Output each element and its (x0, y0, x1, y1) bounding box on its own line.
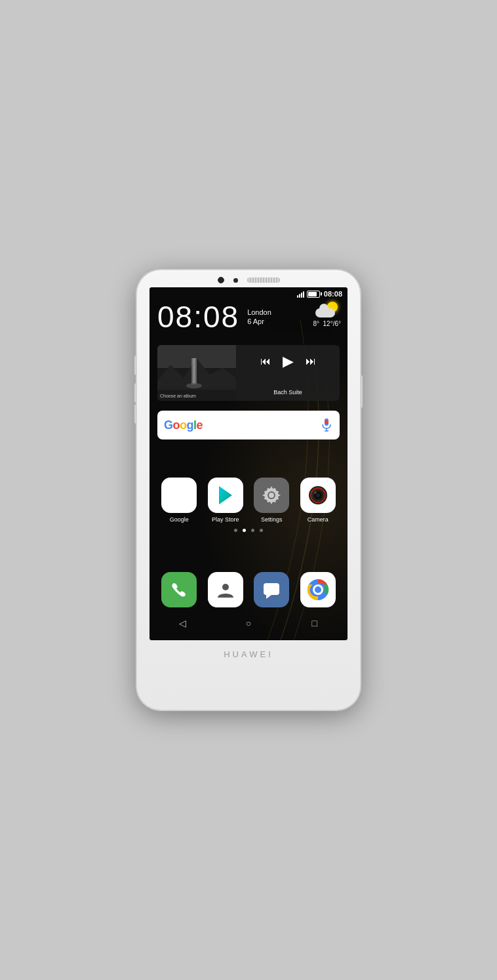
google-app-icon (161, 478, 197, 513)
app-settings[interactable]: Settings (254, 478, 289, 523)
cloud-icon (315, 308, 335, 317)
google-app-label: Google (170, 516, 189, 523)
speaker-grille (247, 277, 280, 283)
music-controls: ⏮ ▶ ⏭ Bach Suite (236, 345, 340, 401)
signal-icon (297, 290, 304, 298)
prev-button[interactable]: ⏮ (260, 356, 271, 367)
weather-icon (315, 302, 339, 317)
playstore-app-icon (208, 478, 243, 513)
settings-app-label: Settings (261, 516, 283, 523)
contacts-dock-icon (208, 572, 243, 607)
app-google[interactable]: Google (161, 478, 197, 523)
nav-recent-button[interactable]: □ (303, 611, 327, 635)
sensor-dot (233, 278, 238, 283)
app-camera[interactable]: Camera (300, 478, 336, 523)
phone-top-bar (137, 270, 360, 287)
phone-dock-icon (161, 572, 197, 607)
svg-point-22 (222, 584, 229, 590)
playback-controls[interactable]: ⏮ ▶ ⏭ (243, 353, 333, 370)
clock-city: London (247, 308, 271, 316)
status-bar: 08:08 (149, 287, 348, 300)
svg-marker-24 (266, 595, 271, 599)
svg-point-19 (316, 493, 320, 497)
svg-marker-11 (219, 486, 232, 504)
track-name: Bach Suite (243, 389, 333, 396)
status-time: 08:08 (324, 290, 342, 298)
album-label: Choose an album (160, 394, 196, 398)
next-button[interactable]: ⏭ (306, 356, 316, 367)
mic-icon[interactable] (320, 419, 333, 432)
clock-widget: 08:08 London 6 Apr (157, 302, 271, 332)
playstore-app-label: Play Store (212, 516, 239, 523)
play-button[interactable]: ▶ (283, 353, 294, 370)
screen-content: 08:08 08:08 London 6 Apr 8° 12°/6° (149, 287, 348, 640)
svg-point-21 (314, 491, 317, 494)
google-search-bar[interactable]: Google (157, 411, 340, 439)
clock-info: London 6 Apr (247, 308, 271, 325)
weather-temp: 8° 12°/6° (313, 320, 341, 327)
dock-phone[interactable] (161, 572, 197, 607)
svg-rect-23 (264, 583, 279, 595)
svg-rect-4 (193, 358, 195, 384)
google-logo: Google (164, 419, 203, 432)
battery-fill (308, 292, 317, 296)
page-dot-2[interactable] (243, 529, 246, 532)
camera-app-label: Camera (308, 516, 328, 523)
dock-messages[interactable] (254, 572, 289, 607)
dock (149, 572, 348, 607)
dock-chrome[interactable] (300, 572, 336, 607)
clock-date: 6 Apr (247, 317, 271, 325)
svg-point-28 (315, 586, 321, 593)
svg-point-14 (269, 493, 274, 498)
svg-rect-8 (325, 420, 328, 424)
front-camera (218, 277, 224, 283)
chrome-dock-icon (300, 572, 336, 607)
phone-bottom-bar: HUAWEI (224, 640, 273, 667)
app-playstore[interactable]: Play Store (208, 478, 243, 523)
messages-dock-icon (254, 572, 289, 607)
dock-contacts[interactable] (208, 572, 243, 607)
phone-device: 08:08 08:08 London 6 Apr 8° 12°/6° (137, 270, 360, 710)
album-art: Choose an album (157, 345, 236, 401)
clock-display: 08:08 (157, 302, 239, 332)
battery-icon (307, 291, 320, 298)
page-dot-1[interactable] (234, 529, 237, 532)
page-dot-3[interactable] (251, 529, 254, 532)
phone-screen: 08:08 08:08 London 6 Apr 8° 12°/6° (149, 287, 348, 640)
page-dot-4[interactable] (260, 529, 263, 532)
nav-back-button[interactable]: ◁ (170, 611, 194, 635)
nav-bar: ◁ ○ □ (149, 611, 348, 635)
settings-app-icon (254, 478, 289, 513)
app-grid: Google (149, 478, 348, 523)
music-player[interactable]: Choose an album ⏮ ▶ ⏭ Bach Suite (157, 345, 340, 401)
svg-point-5 (186, 383, 202, 388)
camera-app-icon (300, 478, 336, 513)
nav-home-button[interactable]: ○ (237, 611, 260, 635)
brand-label: HUAWEI (224, 649, 273, 659)
page-dots (149, 529, 348, 532)
weather-widget: 8° 12°/6° (313, 302, 341, 327)
